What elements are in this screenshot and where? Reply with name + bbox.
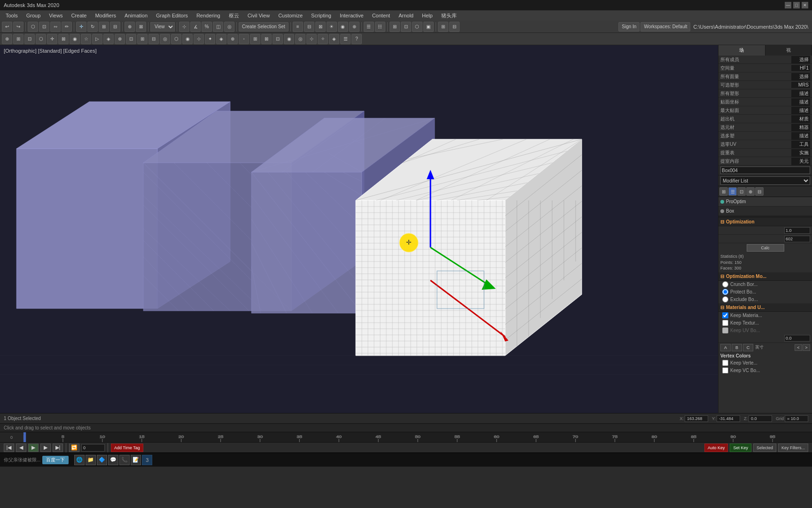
taskbar-icon3[interactable]: 🔷 bbox=[97, 455, 107, 465]
modifier-list-dropdown[interactable]: Modifier List bbox=[720, 176, 810, 185]
select-button[interactable]: ⬡ bbox=[28, 22, 38, 32]
minimize-button[interactable]: — bbox=[785, 2, 791, 8]
mod-stack-btn3[interactable]: ⊡ bbox=[737, 187, 746, 196]
exclude-radio[interactable] bbox=[722, 296, 728, 302]
angle-snap-button[interactable]: ∡ bbox=[190, 22, 201, 32]
menu-modifiers[interactable]: Modifiers bbox=[91, 12, 120, 19]
timeline[interactable]: 0 0 5 10 15 20 25 30 35 40 45 50 55 60 bbox=[0, 432, 812, 442]
selected-button[interactable]: Selected bbox=[753, 444, 776, 452]
menu-content[interactable]: Content bbox=[368, 12, 394, 19]
opt-value-1[interactable] bbox=[784, 227, 810, 234]
menu-animation[interactable]: Animation bbox=[121, 12, 151, 19]
opt-value-2[interactable] bbox=[784, 236, 810, 242]
keep-textures-check[interactable] bbox=[722, 320, 728, 326]
magnet-button[interactable]: ◎ bbox=[224, 22, 234, 32]
tool7[interactable]: ◉ bbox=[70, 34, 80, 44]
btn-c[interactable]: C bbox=[743, 344, 753, 351]
prev-key-button[interactable]: |◀ bbox=[4, 444, 14, 452]
uv-numeric[interactable] bbox=[784, 335, 810, 341]
tool26[interactable]: ◉ bbox=[284, 34, 294, 44]
menu-zhuyun[interactable]: 枢云 bbox=[225, 11, 243, 20]
tool18[interactable]: ⊹ bbox=[194, 34, 204, 44]
spinner-snap-button[interactable]: ◫ bbox=[213, 22, 223, 32]
track-view-button[interactable]: ⊞ bbox=[390, 22, 400, 32]
maximize-button[interactable]: □ bbox=[793, 2, 800, 8]
mod-stack-btn1[interactable]: ⊞ bbox=[719, 187, 728, 196]
box-modifier[interactable]: Box bbox=[718, 206, 812, 216]
tab-scene[interactable]: 场 bbox=[718, 45, 765, 56]
auto-key-button[interactable]: Auto Key bbox=[704, 444, 728, 452]
close-button[interactable]: ✕ bbox=[802, 2, 808, 8]
frame-input[interactable] bbox=[81, 444, 105, 452]
tool2[interactable]: ⊞ bbox=[13, 34, 23, 44]
tool9[interactable]: ▷ bbox=[92, 34, 102, 44]
menu-graph-editors[interactable]: Graph Editors bbox=[152, 12, 192, 19]
play-button[interactable]: ▶ bbox=[28, 444, 39, 452]
menu-rendering[interactable]: Rendering bbox=[193, 12, 224, 19]
tool6[interactable]: ⊠ bbox=[58, 34, 69, 44]
align-to-view-button[interactable]: ⊕ bbox=[349, 22, 359, 32]
tool15[interactable]: ◎ bbox=[160, 34, 170, 44]
frame-counter-btn[interactable]: 🔁 bbox=[69, 444, 79, 452]
tool17[interactable]: ◉ bbox=[182, 34, 193, 44]
menu-tools[interactable]: Tools bbox=[2, 12, 22, 19]
taskbar-3dsmax[interactable]: 3 bbox=[142, 455, 152, 465]
tool23[interactable]: ⊞ bbox=[250, 34, 260, 44]
layer-button[interactable]: ☰ bbox=[364, 22, 374, 32]
menu-help[interactable]: Help bbox=[418, 12, 437, 19]
tool25[interactable]: ⊡ bbox=[273, 34, 283, 44]
prev-btn[interactable]: < bbox=[795, 344, 802, 351]
taskbar-icon4[interactable]: 💬 bbox=[108, 455, 118, 465]
tool29[interactable]: ✧ bbox=[318, 34, 328, 44]
keep-materials-check[interactable] bbox=[722, 312, 728, 318]
percent-snap-button[interactable]: % bbox=[202, 22, 212, 32]
redo-button[interactable]: ↪ bbox=[13, 22, 23, 32]
tab-view[interactable]: 视 bbox=[765, 45, 812, 56]
next-frame-button[interactable]: ▶ bbox=[40, 444, 51, 452]
btn-a[interactable]: A bbox=[720, 344, 731, 351]
normal-align-button[interactable]: ⊠ bbox=[315, 22, 326, 32]
tool11[interactable]: ⊕ bbox=[115, 34, 125, 44]
calc-button[interactable]: Calc bbox=[747, 244, 784, 252]
tool10[interactable]: ◈ bbox=[103, 34, 114, 44]
ribbon-button[interactable]: ☷ bbox=[375, 22, 385, 32]
menu-civil-view[interactable]: Civil View bbox=[244, 12, 273, 19]
btn-b[interactable]: B bbox=[732, 344, 742, 351]
tool13[interactable]: ⊞ bbox=[137, 34, 148, 44]
tool4[interactable]: ⬡ bbox=[36, 34, 46, 44]
tool22[interactable]: ◦ bbox=[239, 34, 249, 44]
tool30[interactable]: ◈ bbox=[329, 34, 339, 44]
taskbar-icon6[interactable]: 📝 bbox=[131, 455, 141, 465]
menu-interactive[interactable]: Interactive bbox=[336, 12, 367, 19]
tool27[interactable]: ◎ bbox=[295, 34, 305, 44]
crunch-radio[interactable] bbox=[722, 281, 728, 287]
render-frame-button[interactable]: ⊟ bbox=[449, 22, 460, 32]
tool8[interactable]: ☆ bbox=[81, 34, 91, 44]
sign-in-button[interactable]: Sign In bbox=[618, 22, 640, 32]
menu-views[interactable]: Views bbox=[45, 12, 66, 19]
protect-radio[interactable] bbox=[722, 289, 728, 295]
tool16[interactable]: ⬡ bbox=[171, 34, 181, 44]
object-name-field[interactable] bbox=[720, 167, 810, 174]
align-button[interactable]: ≡ bbox=[293, 22, 303, 32]
mod-stack-btn2[interactable]: ☰ bbox=[728, 187, 737, 196]
tool1[interactable]: ⊕ bbox=[2, 34, 12, 44]
timeline-ruler[interactable]: 0 5 10 15 20 25 30 35 40 45 50 55 60 65 … bbox=[23, 432, 812, 442]
keep-uv-check[interactable] bbox=[722, 327, 728, 333]
mod-stack-btn4[interactable]: ⊕ bbox=[746, 187, 755, 196]
tool20[interactable]: ◈ bbox=[216, 34, 226, 44]
workspaces-button[interactable]: Workspaces: Default bbox=[640, 22, 690, 32]
paint-button[interactable]: ✏ bbox=[62, 22, 72, 32]
align-camera-button[interactable]: ◉ bbox=[338, 22, 348, 32]
key-filters-button[interactable]: Key Filters... bbox=[778, 444, 808, 452]
render-setup-button[interactable]: ⊞ bbox=[438, 22, 448, 32]
keep-vertex-check[interactable] bbox=[722, 360, 728, 366]
taskbar-icon2[interactable]: 📁 bbox=[86, 455, 96, 465]
taskbar-icon5[interactable]: 📞 bbox=[119, 455, 130, 465]
view-dropdown[interactable]: View bbox=[150, 22, 175, 32]
material-editor-button[interactable]: ⬡ bbox=[412, 22, 422, 32]
rotate-button[interactable]: ↻ bbox=[87, 22, 98, 32]
tool5[interactable]: ✛ bbox=[47, 34, 57, 44]
tool28[interactable]: ⊹ bbox=[306, 34, 317, 44]
tool32[interactable]: ? bbox=[351, 34, 362, 44]
